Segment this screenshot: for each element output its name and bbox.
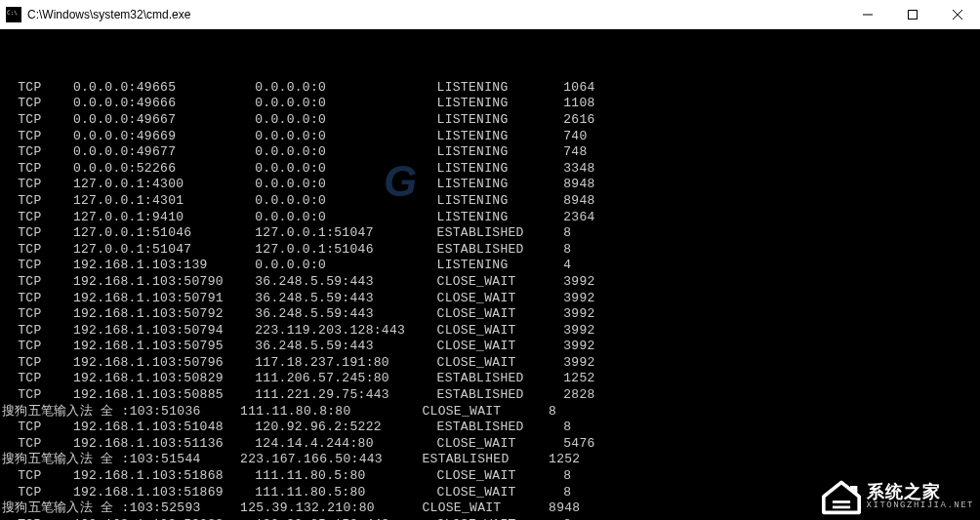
netstat-row: 搜狗五笔输入法 全 :103:51544 223.167.166.50:443 …: [2, 452, 980, 468]
maximize-button[interactable]: [890, 0, 935, 28]
netstat-row: TCP 127.0.0.1:4301 0.0.0.0:0 LISTENING 8…: [2, 193, 980, 210]
netstat-row: TCP 0.0.0.0:49665 0.0.0.0:0 LISTENING 10…: [2, 80, 980, 97]
netstat-row: 搜狗五笔输入法 全 :103:51036 111.11.80.8:80 CLOS…: [2, 404, 980, 420]
netstat-row: TCP 0.0.0.0:49669 0.0.0.0:0 LISTENING 74…: [2, 129, 980, 145]
close-button[interactable]: [935, 0, 980, 28]
netstat-row: TCP 192.168.1.103:50791 36.248.5.59:443 …: [2, 291, 980, 307]
netstat-row: TCP 127.0.0.1:9410 0.0.0.0:0 LISTENING 2…: [2, 210, 980, 226]
netstat-row: TCP 192.168.1.103:51868 111.11.80.5:80 C…: [2, 468, 980, 485]
terminal-output[interactable]: G 系统之家 XITONGZHIJIA.NET TCP 0.0.0.0:4966…: [0, 29, 980, 520]
netstat-row: TCP 127.0.0.1:51047 127.0.0.1:51046 ESTA…: [2, 242, 980, 259]
netstat-row: TCP 192.168.1.103:50796 117.18.237.191:8…: [2, 355, 980, 372]
netstat-row: TCP 192.168.1.103:139 0.0.0.0:0 LISTENIN…: [2, 258, 980, 274]
titlebar[interactable]: C:\Windows\system32\cmd.exe: [0, 0, 980, 29]
netstat-row: TCP 0.0.0.0:49667 0.0.0.0:0 LISTENING 26…: [2, 112, 980, 129]
window-buttons: [845, 0, 980, 28]
window-title: C:\Windows\system32\cmd.exe: [27, 8, 190, 21]
svg-rect-1: [909, 10, 918, 19]
netstat-row: TCP 192.168.1.103:50792 36.248.5.59:443 …: [2, 306, 980, 323]
netstat-row: TCP 0.0.0.0:49666 0.0.0.0:0 LISTENING 11…: [2, 96, 980, 112]
netstat-row: TCP 192.168.1.103:50885 111.221.29.75:44…: [2, 387, 980, 404]
netstat-row: TCP 192.168.1.103:50795 36.248.5.59:443 …: [2, 339, 980, 355]
netstat-row: TCP 0.0.0.0:52266 0.0.0.0:0 LISTENING 33…: [2, 161, 980, 178]
netstat-row: TCP 192.168.1.103:50794 223.119.203.128:…: [2, 323, 980, 340]
netstat-row: TCP 192.168.1.103:51048 120.92.96.2:5222…: [2, 420, 980, 436]
netstat-row: TCP 192.168.1.103:51136 124.14.4.244:80 …: [2, 436, 980, 453]
netstat-row: TCP 192.168.1.103:50790 36.248.5.59:443 …: [2, 274, 980, 291]
cmd-icon: [6, 7, 21, 22]
minimize-button[interactable]: [845, 0, 890, 28]
netstat-row: TCP 127.0.0.1:51046 127.0.0.1:51047 ESTA…: [2, 225, 980, 242]
netstat-row: TCP 127.0.0.1:4300 0.0.0.0:0 LISTENING 8…: [2, 177, 980, 193]
netstat-row: TCP 0.0.0.0:49677 0.0.0.0:0 LISTENING 74…: [2, 144, 980, 161]
netstat-row: TCP 192.168.1.103:51869 111.11.80.5:80 C…: [2, 485, 980, 501]
netstat-row: 搜狗五笔输入法 全 :103:52593 125.39.132.210:80 C…: [2, 500, 980, 517]
netstat-row: TCP 192.168.1.103:50829 111.206.57.245:8…: [2, 371, 980, 387]
